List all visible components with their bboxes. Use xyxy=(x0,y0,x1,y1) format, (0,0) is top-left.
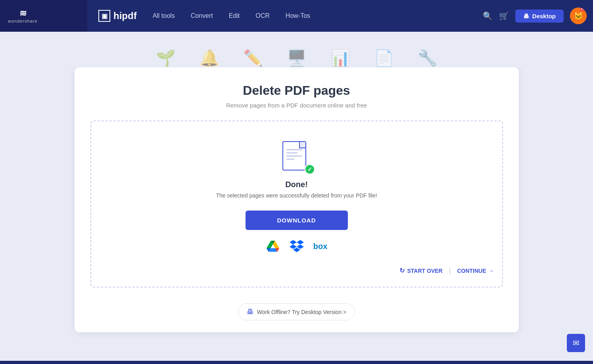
refresh-icon: ↻ xyxy=(399,267,405,274)
main-content: Delete PDF pages Remove pages from a PDF… xyxy=(0,67,593,348)
action-links: ↻ START OVER | CONTINUE → xyxy=(99,266,494,275)
page-subtitle: Remove pages from a PDF document online … xyxy=(90,102,503,109)
offline-icon: 🖶 xyxy=(247,308,254,316)
desktop-label: Desktop xyxy=(532,13,556,19)
nav-convert[interactable]: Convert xyxy=(191,12,213,19)
download-button[interactable]: DOWNLOAD xyxy=(246,211,348,230)
hipdf-text: hipdf xyxy=(113,10,137,21)
dropbox-icon[interactable] xyxy=(289,239,304,254)
hero-banner: 🌱 🔔 ✏️ 🖥️ 📊 📄 🔧 xyxy=(0,32,593,67)
wondershare-text: wondershare xyxy=(8,19,38,23)
desktop-icon: 🖶 xyxy=(523,13,529,19)
pdf-line-3 xyxy=(286,155,302,157)
pdf-line-2 xyxy=(286,152,297,153)
feedback-button[interactable]: ✉ xyxy=(567,334,585,352)
wondershare-logo: ≋ wondershare xyxy=(8,8,38,23)
nav-edit[interactable]: Edit xyxy=(229,12,240,19)
cloud-icons: box xyxy=(265,239,328,254)
nav-links: All tools Convert Edit OCR How-Tos xyxy=(153,12,483,19)
cart-icon[interactable]: 🛒 xyxy=(499,11,509,21)
search-icon[interactable]: 🔍 xyxy=(483,11,493,21)
lamp-illustration: 🔔 xyxy=(200,49,219,67)
start-over-button[interactable]: ↻ START OVER xyxy=(399,267,442,274)
footer-bar xyxy=(0,361,593,364)
desktop-button[interactable]: 🖶 Desktop xyxy=(515,10,564,23)
hero-illustrations: 🌱 🔔 ✏️ 🖥️ 📊 📄 🔧 xyxy=(156,49,438,67)
done-subtitle: The selected pages were successfully del… xyxy=(216,192,377,199)
navbar: ≋ wondershare ▣ hipdf All tools Convert … xyxy=(0,0,593,32)
avatar[interactable]: 🐱 Pro xyxy=(570,8,587,24)
arrow-right-icon: → xyxy=(489,268,494,274)
check-badge: ✓ xyxy=(305,164,315,174)
offline-text: Work Offline? Try Desktop Version > xyxy=(257,309,347,315)
done-title: Done! xyxy=(285,180,308,189)
monitor-illustration: 🖥️ xyxy=(287,49,307,67)
nav-how-tos[interactable]: How-Tos xyxy=(286,12,310,19)
pencils-illustration: ✏️ xyxy=(243,49,263,67)
chart-illustration: 📊 xyxy=(330,49,350,67)
hipdf-logo[interactable]: ▣ hipdf xyxy=(98,10,137,22)
svg-text:🐱: 🐱 xyxy=(574,11,583,20)
offline-banner[interactable]: 🖶 Work Offline? Try Desktop Version > xyxy=(238,303,355,320)
ws-logo-icon: ≋ xyxy=(19,8,26,19)
pdf-doc-lines xyxy=(283,142,305,163)
box-icon[interactable]: box xyxy=(313,239,328,254)
nav-ocr[interactable]: OCR xyxy=(255,12,270,19)
pdf-line-1 xyxy=(286,149,302,150)
success-icon-container: ✓ xyxy=(282,141,311,173)
pdf-doc-icon xyxy=(282,141,306,171)
start-over-label: START OVER xyxy=(407,268,442,274)
nav-actions: 🔍 🛒 🖶 Desktop 🐱 Pro xyxy=(483,8,587,24)
google-drive-icon[interactable] xyxy=(265,239,280,254)
continue-button[interactable]: CONTINUE → xyxy=(457,268,494,274)
plant-illustration: 🌱 xyxy=(156,49,176,67)
pdf-line-4 xyxy=(286,159,294,160)
pro-badge: Pro xyxy=(580,8,587,11)
content-dashed-box: ✓ Done! The selected pages were successf… xyxy=(90,121,503,287)
page-title: Delete PDF pages xyxy=(90,83,503,98)
continue-label: CONTINUE xyxy=(457,268,486,274)
brand-section: ≋ wondershare xyxy=(0,0,87,32)
action-divider: | xyxy=(449,266,451,275)
tool-illustration: 🔧 xyxy=(418,49,438,67)
hipdf-icon-box: ▣ xyxy=(98,10,110,22)
email-icon: ✉ xyxy=(573,338,580,348)
doc-illustration: 📄 xyxy=(374,49,394,67)
nav-all-tools[interactable]: All tools xyxy=(153,12,175,19)
main-card: Delete PDF pages Remove pages from a PDF… xyxy=(75,67,519,332)
